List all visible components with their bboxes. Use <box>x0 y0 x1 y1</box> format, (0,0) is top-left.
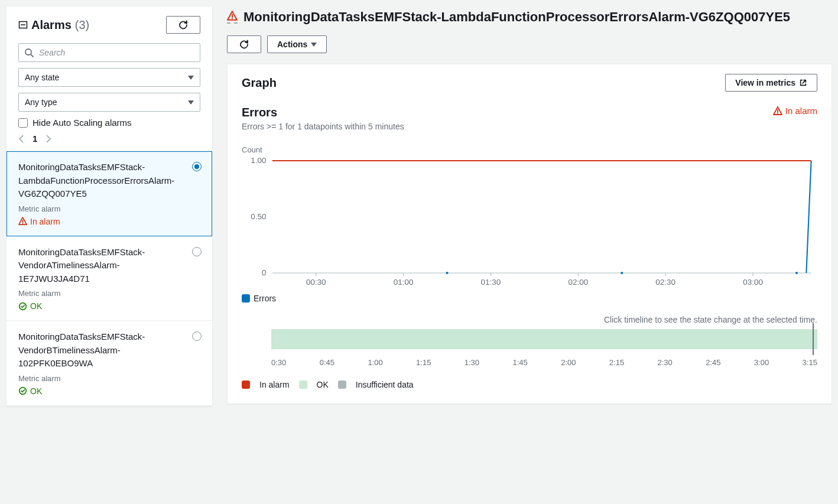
alarm-type: Metric alarm <box>18 289 200 298</box>
alarm-icon <box>18 217 27 226</box>
alarm-icon <box>773 106 782 116</box>
refresh-icon <box>178 20 188 30</box>
svg-line-20 <box>806 161 811 273</box>
svg-point-5 <box>22 223 24 224</box>
alarm-status: OK <box>18 386 200 396</box>
chevron-down-icon <box>311 43 317 47</box>
alarm-detail: MonitoringDataTasksEMFStack-LambdaFuncti… <box>227 6 832 407</box>
timeline-tick: 0:30 <box>271 358 286 367</box>
timeline-tick: 2:30 <box>658 358 673 367</box>
radio-select[interactable] <box>192 162 202 171</box>
graph-panel: Graph View in metrics Errors Errors >= 1… <box>227 64 832 404</box>
svg-text:00:30: 00:30 <box>306 278 326 287</box>
search-icon <box>24 48 34 57</box>
svg-point-19 <box>795 272 798 274</box>
page-title: MonitoringDataTasksEMFStack-LambdaFuncti… <box>227 9 790 25</box>
radio-select[interactable] <box>192 247 202 256</box>
timeline-tick: 1:30 <box>465 358 479 367</box>
alarm-list: MonitoringDataTasksEMFStack-LambdaFuncti… <box>7 151 212 406</box>
ok-icon <box>18 302 27 311</box>
radio-select[interactable] <box>192 331 202 341</box>
alarm-status: OK <box>18 301 200 311</box>
page-number: 1 <box>33 134 37 144</box>
timeline-tick: 2:00 <box>561 358 576 367</box>
alarm-name: MonitoringDataTasksEMFStack-LambdaFuncti… <box>18 161 200 201</box>
svg-point-18 <box>621 272 623 274</box>
timeline-tick: 3:00 <box>754 358 769 367</box>
next-page-button[interactable] <box>46 134 51 144</box>
graph-subtitle: Errors >= 1 for 1 datapoints within 5 mi… <box>242 122 404 131</box>
alarm-name: MonitoringDataTasksEMFStack-VendorBTimel… <box>18 330 200 370</box>
search-input[interactable] <box>18 43 200 62</box>
hide-autoscaling-checkbox[interactable]: Hide Auto Scaling alarms <box>18 118 200 128</box>
chart[interactable]: 00.501.0000:3001:0001:3002:0002:3003:00 <box>242 158 817 288</box>
y-axis-label: Count <box>242 145 817 154</box>
timeline-hint: Click timeline to see the state change a… <box>242 315 817 324</box>
svg-text:01:30: 01:30 <box>481 278 501 287</box>
timeline-tick: 2:45 <box>706 358 720 367</box>
alarm-count: (3) <box>75 18 89 32</box>
search-input-wrap <box>18 43 200 62</box>
graph-title: Errors <box>242 106 404 119</box>
svg-text:1.00: 1.00 <box>251 158 266 165</box>
refresh-button[interactable] <box>166 16 200 34</box>
sidebar-title: Alarms (3) <box>18 18 89 32</box>
chevron-down-icon <box>188 76 194 80</box>
state-timeline[interactable] <box>271 329 817 349</box>
alarm-list-item[interactable]: MonitoringDataTasksEMFStack-LambdaFuncti… <box>7 151 212 236</box>
chart-legend: Errors <box>242 294 817 303</box>
state-legend: In alarm OK Insufficient data <box>242 380 817 389</box>
timeline-tick: 1:45 <box>512 358 527 367</box>
prev-page-button[interactable] <box>18 134 24 144</box>
timeline-ticks: 0:300:451:001:151:301:452:002:152:302:45… <box>271 358 817 367</box>
external-link-icon <box>799 79 807 87</box>
svg-point-9 <box>232 18 233 19</box>
view-in-metrics-button[interactable]: View in metrics <box>725 74 817 92</box>
timeline-tick: 0:45 <box>320 358 334 367</box>
alarm-list-item[interactable]: MonitoringDataTasksEMFStack-VendorATimel… <box>7 236 212 321</box>
alarms-sidebar: Alarms (3) Any state Any type <box>6 6 213 407</box>
type-filter-select[interactable]: Any type <box>18 93 200 112</box>
state-filter-select[interactable]: Any state <box>18 68 200 87</box>
svg-point-17 <box>446 272 448 274</box>
timeline-tick: 1:15 <box>416 358 431 367</box>
svg-text:03:00: 03:00 <box>743 278 763 287</box>
svg-text:02:00: 02:00 <box>568 278 588 287</box>
svg-text:01:00: 01:00 <box>394 278 414 287</box>
actions-button[interactable]: Actions <box>267 35 327 53</box>
timeline-tick: 2:15 <box>609 358 624 367</box>
svg-text:0: 0 <box>262 268 266 277</box>
svg-point-11 <box>777 113 778 114</box>
timeline-tick: 1:00 <box>368 358 382 367</box>
alarm-name: MonitoringDataTasksEMFStack-VendorATimel… <box>18 246 200 286</box>
chevron-down-icon <box>188 100 194 105</box>
alarm-status: In alarm <box>18 217 200 226</box>
alarm-list-item[interactable]: MonitoringDataTasksEMFStack-VendorBTimel… <box>7 321 212 406</box>
ok-icon <box>18 386 27 395</box>
alarm-type: Metric alarm <box>18 204 200 213</box>
alarm-type: Metric alarm <box>18 374 200 383</box>
timeline-cursor[interactable] <box>813 323 814 355</box>
status-badge: In alarm <box>773 106 817 116</box>
refresh-button[interactable] <box>227 35 261 53</box>
collapse-icon[interactable] <box>18 20 28 30</box>
panel-title: Graph <box>242 76 277 90</box>
pagination: 1 <box>18 134 200 144</box>
alarm-icon <box>227 11 238 24</box>
svg-text:02:30: 02:30 <box>655 278 675 287</box>
svg-text:0.50: 0.50 <box>251 212 266 221</box>
refresh-icon <box>239 40 249 49</box>
svg-line-3 <box>31 54 33 57</box>
timeline-tick: 3:15 <box>803 358 817 367</box>
